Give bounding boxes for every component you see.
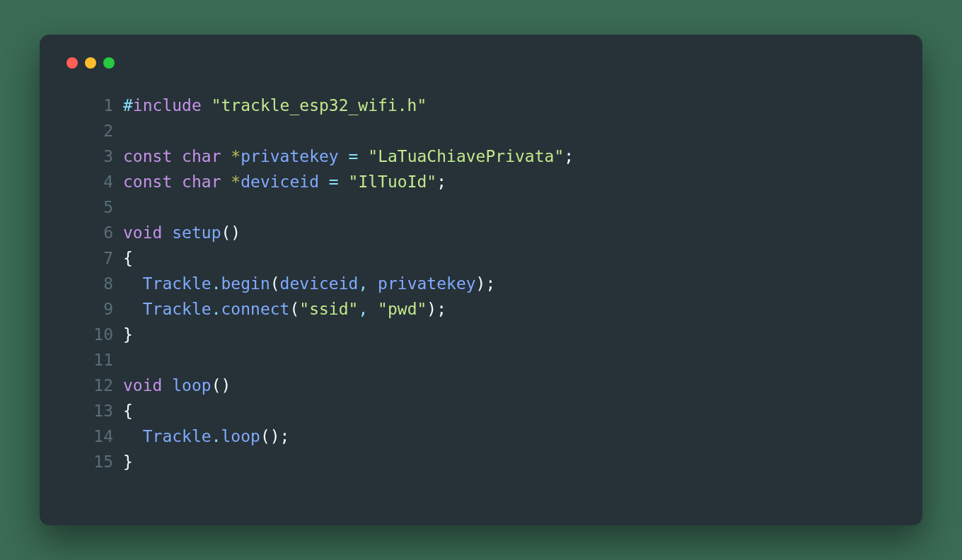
code-token: () xyxy=(260,427,280,445)
minimize-icon[interactable] xyxy=(85,57,96,69)
code-line: 2 xyxy=(92,118,900,144)
code-token: * xyxy=(231,147,240,165)
code-line: 6void setup() xyxy=(92,220,900,245)
code-token: "pwd" xyxy=(378,300,427,318)
line-content: Trackle.connect("ssid", "pwd"); xyxy=(123,296,446,322)
code-token: . xyxy=(211,300,221,318)
line-number: 5 xyxy=(92,194,123,220)
code-line: 3const char *privatekey = "LaTuaChiavePr… xyxy=(92,144,900,169)
code-token: privatekey xyxy=(240,147,338,165)
code-token: () xyxy=(211,376,231,395)
line-content: void loop() xyxy=(123,373,231,398)
maximize-icon[interactable] xyxy=(103,57,115,69)
code-token xyxy=(123,427,143,445)
code-token xyxy=(368,300,378,318)
code-token: begin xyxy=(221,274,270,293)
code-token xyxy=(221,173,231,191)
code-token xyxy=(368,274,378,293)
line-number: 1 xyxy=(92,93,123,118)
code-token: Trackle xyxy=(143,427,211,445)
code-token: ) xyxy=(476,274,486,293)
line-number: 9 xyxy=(92,296,123,322)
code-token: ; xyxy=(280,427,290,445)
code-token: loop xyxy=(172,376,211,395)
code-token: () xyxy=(221,223,241,242)
close-icon[interactable] xyxy=(66,57,78,69)
code-token xyxy=(221,147,231,165)
line-content: } xyxy=(123,322,133,347)
code-token: "IlTuoId" xyxy=(349,173,437,191)
code-token: ; xyxy=(436,300,446,318)
code-line: 12void loop() xyxy=(92,373,900,398)
window-titlebar xyxy=(62,53,900,69)
line-number: 6 xyxy=(92,220,123,245)
code-line: 8 Trackle.begin(deviceid, privatekey); xyxy=(92,271,900,296)
code-line: 1#include "trackle_esp32_wifi.h" xyxy=(92,93,900,118)
code-token: privatekey xyxy=(378,274,475,293)
code-token: * xyxy=(231,173,240,191)
line-content: { xyxy=(123,398,133,424)
line-number: 11 xyxy=(92,347,123,373)
line-content xyxy=(123,194,133,220)
code-token: "ssid" xyxy=(299,300,358,318)
code-token xyxy=(339,147,349,165)
code-token: = xyxy=(349,147,359,165)
code-token: # xyxy=(123,96,133,115)
code-line: 4const char *deviceid = "IlTuoId"; xyxy=(92,169,900,194)
code-token xyxy=(162,223,172,242)
code-token: ( xyxy=(289,300,299,318)
code-token: ( xyxy=(270,274,280,293)
code-token: } xyxy=(123,453,133,471)
code-token: connect xyxy=(221,300,290,318)
code-token: deviceid xyxy=(240,173,319,191)
code-token: , xyxy=(358,300,368,318)
code-line: 13{ xyxy=(92,398,900,424)
line-number: 15 xyxy=(92,449,123,474)
line-content: const char *privatekey = "LaTuaChiavePri… xyxy=(123,144,574,169)
code-line: 10} xyxy=(92,322,900,347)
code-token: = xyxy=(329,173,339,191)
code-token: void xyxy=(123,376,162,395)
code-token: { xyxy=(123,402,133,420)
code-token: const xyxy=(123,147,172,165)
code-token: ; xyxy=(564,147,574,165)
code-token xyxy=(123,300,143,318)
line-content: const char *deviceid = "IlTuoId"; xyxy=(123,169,446,194)
code-token xyxy=(339,173,349,191)
code-token: } xyxy=(123,325,133,344)
code-line: 15} xyxy=(92,449,900,474)
code-token: { xyxy=(123,249,133,267)
code-token xyxy=(319,173,329,191)
code-block: 1#include "trackle_esp32_wifi.h"2 3const… xyxy=(62,93,900,474)
code-token xyxy=(358,147,368,165)
line-number: 3 xyxy=(92,144,123,169)
line-number: 14 xyxy=(92,424,123,449)
code-token xyxy=(123,274,143,293)
line-content: #include "trackle_esp32_wifi.h" xyxy=(123,93,427,118)
line-content xyxy=(123,118,133,144)
code-token: "trackle_esp32_wifi.h" xyxy=(211,96,427,115)
line-number: 12 xyxy=(92,373,123,398)
line-content: void setup() xyxy=(123,220,240,245)
code-token: Trackle xyxy=(143,274,211,293)
line-content xyxy=(123,347,133,373)
code-line: 9 Trackle.connect("ssid", "pwd"); xyxy=(92,296,900,322)
code-token: char xyxy=(182,147,221,165)
line-number: 7 xyxy=(92,245,123,271)
code-line: 7{ xyxy=(92,245,900,271)
line-number: 8 xyxy=(92,271,123,296)
line-number: 2 xyxy=(92,118,123,144)
line-content: Trackle.loop(); xyxy=(123,424,289,449)
code-token: deviceid xyxy=(280,274,359,293)
code-token xyxy=(172,147,182,165)
code-token: . xyxy=(211,274,221,293)
code-line: 5 xyxy=(92,194,900,220)
code-line: 11 xyxy=(92,347,900,373)
code-token xyxy=(202,96,211,115)
code-token: ; xyxy=(436,173,446,191)
code-token: Trackle xyxy=(143,300,211,318)
code-token: "LaTuaChiavePrivata" xyxy=(368,147,564,165)
line-number: 4 xyxy=(92,169,123,194)
code-token: , xyxy=(358,274,368,293)
code-token: setup xyxy=(172,223,221,242)
